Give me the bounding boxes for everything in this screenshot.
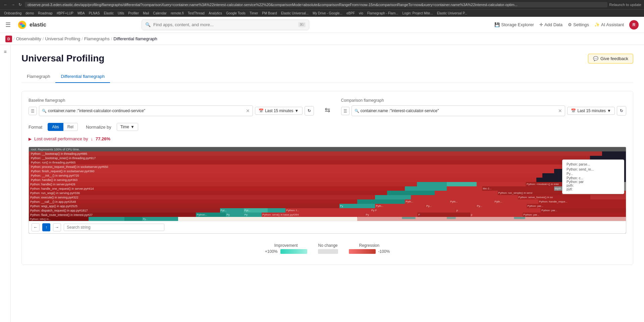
flame-row-init[interactable]: Python: __init__() in serving.py#720: [29, 173, 542, 178]
comparison-refresh-button[interactable]: ↻: [617, 106, 626, 116]
search-icon: 🔍: [42, 109, 47, 113]
flame-row-execute[interactable]: Python: execute() in serving.py#322 Pyth…: [29, 195, 626, 199]
breadcrumb-observability[interactable]: Observability: [16, 36, 41, 41]
flame-row-handle-one[interactable]: Python: handle_one_request() in server.p…: [29, 186, 626, 191]
flame-row-dispatch[interactable]: Python: dispatch_request() in app.py#181…: [29, 208, 626, 213]
chevron-right-icon: ▶: [29, 137, 32, 141]
comparison-filter-icon[interactable]: ☰: [341, 107, 350, 115]
bookmark-timer[interactable]: Timer: [248, 11, 259, 15]
breadcrumb-universal-profiling[interactable]: Universal Profiling: [45, 36, 80, 41]
baseline-time-range[interactable]: 📅 Last 15 minutes ▼: [255, 107, 303, 115]
flame-row-handle-serving[interactable]: Python: handle() in serving.py#363: [29, 178, 536, 182]
search-string-input[interactable]: [64, 224, 164, 231]
nav-prev-button[interactable]: ←: [32, 223, 40, 231]
bookmark-analytics[interactable]: Analytics: [207, 11, 223, 15]
elastic-logo: [17, 20, 27, 30]
nav-up-button[interactable]: ↑: [42, 223, 50, 231]
comparison-query-text: container.name :"interest-calculator-ser…: [361, 108, 557, 113]
performance-alert[interactable]: ▶ Lost overall performance by ↓ 77.26%: [29, 136, 626, 141]
forward-button[interactable]: →: [10, 2, 16, 7]
home-breadcrumb[interactable]: D: [5, 36, 12, 42]
baseline-filter-group: Baseline flamegraph ☰ 🔍 container.name :…: [29, 98, 314, 116]
normalize-select[interactable]: Time ▼: [117, 123, 138, 131]
baseline-label: Baseline flamegraph: [29, 98, 314, 103]
flame-row-root[interactable]: root: Represents 100% of CPU time.: [29, 147, 626, 151]
improvement-pct: +100%: [265, 249, 278, 254]
search-bar[interactable]: 🔍 ⌘/: [142, 19, 309, 30]
bookmark-onboarding[interactable]: Onboarding: [3, 11, 23, 15]
ai-assistant-nav[interactable]: ✨ AI Assistant: [594, 22, 624, 27]
bookmark-utils[interactable]: Utils: [116, 11, 125, 15]
bookmark-testthread[interactable]: TestThread: [186, 11, 206, 15]
bookmark-demo[interactable]: demo: [24, 11, 35, 15]
baseline-clear-button[interactable]: ✕: [246, 108, 250, 113]
flame-row-process-request[interactable]: Python: process_request_thread() in sock…: [29, 165, 566, 169]
bookmark-mba[interactable]: MBA: [76, 11, 86, 15]
bookmark-elastic-universal[interactable]: Elastic Universal...: [280, 11, 310, 15]
reload-button[interactable]: ↻: [17, 2, 23, 7]
bookmark-profiler[interactable]: Profiler: [127, 11, 140, 15]
baseline-refresh-button[interactable]: ↻: [305, 106, 314, 116]
bookmark-vio[interactable]: vio: [358, 11, 365, 15]
flamegraph-section: Baseline flamegraph ☰ 🔍 container.name :…: [21, 91, 633, 265]
flamegraph-canvas[interactable]: root: Represents 100% of CPU time. Pytho…: [29, 147, 626, 221]
hamburger-icon[interactable]: ☰: [5, 21, 11, 29]
search-input[interactable]: [153, 22, 296, 27]
settings-nav[interactable]: ⚙ Settings: [568, 22, 589, 27]
back-button[interactable]: ←: [3, 2, 9, 7]
calendar-icon: 📅: [259, 108, 264, 113]
bookmark-ebpf[interactable]: eBPF: [345, 11, 356, 15]
bookmark-bpf[interactable]: #BPF+LUP: [55, 11, 75, 15]
flame-row-run-wsgi[interactable]: Python: run_wsgi() in serving.py#336 Pyt…: [29, 191, 626, 195]
baseline-filter-icon[interactable]: ☰: [29, 107, 37, 115]
no-change-bar: [318, 249, 338, 254]
search-shortcut: ⌘/: [298, 22, 306, 27]
bookmark-remote[interactable]: remote.fi: [169, 11, 185, 15]
flame-row-run[interactable]: Python: run() in threading.py#865: [29, 160, 578, 165]
breadcrumb-flamegraphs[interactable]: Flamegraphs: [84, 36, 110, 41]
bookmark-google-tools[interactable]: Google Tools: [225, 11, 247, 15]
format-abs-button[interactable]: Abs: [48, 123, 63, 131]
browser-bar: ← → ↻ observe.prod-3.eden.elastic.dev/ap…: [0, 0, 644, 9]
comparison-clear-button[interactable]: ✕: [558, 108, 562, 113]
bookmark-elastic[interactable]: Elastic: [102, 11, 115, 15]
format-rel-button[interactable]: Rel: [63, 123, 78, 131]
storage-explorer-nav[interactable]: 💾 Storage Explorer: [494, 22, 534, 27]
bookmark-roadmap[interactable]: Roadmap: [37, 11, 54, 15]
sidebar-toggle[interactable]: ≡: [0, 45, 11, 322]
chevron-down-icon: ▼: [607, 108, 611, 113]
flame-row-call[interactable]: Python: __call__() in app.py#2548 Pyth..…: [29, 199, 626, 204]
bookmark-elastic-universal-p[interactable]: Elastic Universal P...: [436, 11, 469, 15]
bookmark-calendar[interactable]: Calendar: [152, 11, 168, 15]
bookmark-mail[interactable]: Mail: [142, 11, 150, 15]
feedback-button[interactable]: 💬 Give feedback: [588, 54, 633, 63]
comparison-query-input[interactable]: 🔍 container.name :"interest-calculator-s…: [352, 105, 566, 116]
address-bar[interactable]: observe.prod-3.eden.elastic.dev/app/prof…: [25, 2, 607, 7]
format-button-group: Abs Rel: [48, 123, 78, 131]
baseline-query-input[interactable]: 🔍 container.name :"interest-calculator-c…: [39, 105, 253, 116]
comparison-time-range[interactable]: 📅 Last 15 minutes ▼: [567, 107, 615, 115]
tab-differential-flamegraph[interactable]: Differential flamegraph: [55, 71, 110, 83]
bookmark-pmboard[interactable]: PM Board: [261, 11, 278, 15]
relaunch-button[interactable]: Relaunch to update: [609, 3, 641, 7]
breadcrumb-sep-2: /: [43, 36, 44, 41]
flame-row-handle-server[interactable]: Python: handle() in server.py#426 Python…: [29, 182, 626, 186]
flame-row-bootstrap-inner[interactable]: Python: __bootstrap_inner() in threading…: [29, 156, 590, 160]
avatar[interactable]: R: [629, 20, 639, 30]
bookmark-mydrive[interactable]: My Drive - Google...: [311, 11, 344, 15]
normalize-label: Normalize by: [86, 125, 111, 130]
flame-row-last[interactable]: Python: info() in... Py...: [29, 217, 626, 221]
flame-row-finish-request[interactable]: Python: finish_request() in socketserver…: [29, 169, 554, 173]
bookmark-flamegraph[interactable]: Flamegraph - Flam...: [366, 11, 400, 15]
search-icon: 🔍: [145, 22, 151, 27]
add-data-nav[interactable]: ✛ Add Data: [539, 22, 562, 27]
tab-flamegraph[interactable]: Flamegraph: [21, 71, 55, 83]
nav-next-button[interactable]: →: [53, 223, 61, 231]
bookmark-login[interactable]: Login: Project Mite...: [401, 11, 434, 15]
flame-row-flask-route[interactable]: Python: flask_route_interest() in intere…: [29, 213, 626, 217]
bookmark-plnas[interactable]: PLNAS: [88, 11, 101, 15]
flame-row-wsgi-app[interactable]: Python: wsgi_app() in app.py#2525 Py Pyt…: [29, 204, 626, 208]
swap-icon[interactable]: ⇆: [325, 106, 330, 114]
flame-row-bootstrap[interactable]: Python: __bootstrap() in threading.py#88…: [29, 151, 602, 156]
filter-icon: ☰: [31, 109, 35, 113]
